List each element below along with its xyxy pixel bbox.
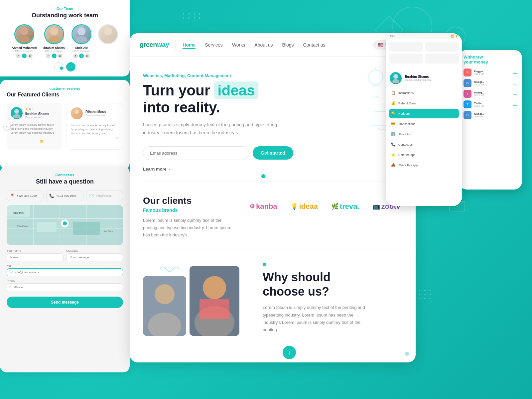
team-next-btn[interactable]: →: [66, 62, 75, 71]
contact-form-name-row: Your name Message: [7, 249, 123, 261]
why-accent: [263, 263, 402, 266]
ideaa-logo: 💡 ideaa: [291, 202, 318, 211]
why-inner: Why should choose us? Lorem Ipsum is sim…: [143, 263, 402, 336]
grid-item-3: [389, 54, 423, 64]
team-member-1: Ahmed Mohamed UI/UX designer f t in: [12, 24, 37, 58]
refer-icon: 💰: [391, 101, 396, 105]
mobile-signal-icons: 📶 🔋: [451, 35, 458, 38]
app-download-3[interactable]: [513, 91, 517, 97]
location-icon: 📍: [10, 194, 15, 198]
nav-link-services[interactable]: Services: [205, 42, 223, 48]
nav-link-home[interactable]: Home: [183, 42, 196, 49]
grid-item-1: [389, 42, 423, 52]
social-li-3[interactable]: in: [85, 54, 90, 58]
mobile-menu-contact[interactable]: 📞 Contact us: [389, 140, 459, 149]
why-accent-dot: [263, 263, 266, 266]
learn-more-text: Learn more: [143, 167, 167, 172]
social-tw-2[interactable]: t: [52, 54, 57, 58]
phone-input[interactable]: [7, 283, 123, 291]
mobile-menu: 📋 Instructions 💰 Refer & Earn 🏆 Redeem 💳…: [386, 88, 462, 170]
mobile-menu-redeem[interactable]: 🏆 Redeem: [389, 109, 459, 118]
nav-item-contact[interactable]: Contact us: [303, 42, 326, 48]
send-message-button[interactable]: Send message: [7, 297, 123, 308]
nav-link-contact[interactable]: Contact us: [303, 42, 326, 48]
message-input[interactable]: [66, 253, 123, 261]
map-area3: Mid Plains: [104, 230, 113, 232]
nav-item-works[interactable]: Works: [232, 42, 245, 48]
app-download-4[interactable]: [513, 101, 517, 107]
app-list: P Paggin 150.8 MB G Googl... 190.0 MB: [464, 68, 517, 119]
hero-section: Ideas Website Websites, Marketing, Conte…: [130, 57, 416, 182]
mobile-menu-about[interactable]: ℹ️ About Us: [389, 129, 459, 139]
nav-item-home[interactable]: Home: [183, 42, 196, 48]
email-input[interactable]: [143, 146, 249, 160]
mobile-menu-rate[interactable]: ⭐ Rate the app: [389, 150, 459, 160]
mail-input[interactable]: [7, 268, 123, 276]
app-name-2: Googl...: [474, 80, 484, 83]
svg-marker-45: [514, 91, 516, 94]
contact-title: Still have a question: [7, 178, 123, 185]
team-member-4: [98, 24, 118, 58]
nav-link-blogs[interactable]: Blogs: [282, 42, 294, 48]
mobile-avatar: [390, 72, 402, 84]
reviews-prev-btn[interactable]: ←: [3, 123, 11, 130]
team-card: Our Team Outstanding work team Ahmed Moh…: [0, 0, 130, 76]
redeem-icon: 🏆: [391, 111, 396, 116]
app-item-2: G Googl... 190.0 MB: [464, 79, 517, 87]
treva-name: treva.: [340, 202, 359, 211]
svg-point-1: [18, 36, 30, 43]
mobile-menu-instructions[interactable]: 📋 Instructions: [389, 88, 459, 98]
nav-item-about[interactable]: About us: [254, 42, 273, 48]
app-download-5[interactable]: [513, 112, 517, 118]
social-tw-1[interactable]: t: [22, 54, 27, 58]
why-right: Why should choose us? Lorem Ipsum is sim…: [263, 263, 402, 333]
team-nav-arrows: ← →: [7, 62, 123, 71]
why-section: Why should choose us? Lorem Ipsum is sim…: [130, 249, 416, 346]
ideaa-icon: 💡: [291, 203, 298, 210]
nav-item-blogs[interactable]: Blogs: [282, 42, 294, 48]
svg-point-5: [75, 36, 87, 43]
mobile-menu-refer[interactable]: 💰 Refer & Earn: [389, 98, 459, 108]
hero-accent-dot: [261, 174, 265, 178]
why-description: Lorem Ipsum is simply dummy text of the …: [263, 304, 369, 333]
name-input[interactable]: [7, 253, 64, 261]
app-download-1[interactable]: [513, 69, 517, 75]
social-fb-1[interactable]: f: [16, 54, 21, 58]
app-initial-3: I: [467, 92, 468, 95]
nav-link-about[interactable]: About us: [254, 42, 273, 48]
clients-right: ⚙ kanba 💡 ideaa 🌿 treva. 📺 zootv: [249, 196, 402, 211]
social-li-2[interactable]: in: [58, 54, 63, 58]
menu-label-transactions: Transactions: [398, 122, 415, 126]
client-reviews: ★ 5.0 Ibrahim Shams Businessman Lorem ip…: [7, 103, 123, 150]
scroll-down-button[interactable]: ↓: [283, 346, 296, 359]
review-card-2: Rihana Mous Businesswoman Lorem ipsum is…: [66, 103, 123, 150]
contact-email-box[interactable]: ✉️ info@descr...: [86, 191, 123, 201]
svg-point-40: [392, 79, 399, 83]
app-size-3: 200.0 MB: [474, 94, 484, 96]
review-card-1: ★ 5.0 Ibrahim Shams Businessman Lorem ip…: [7, 103, 63, 150]
brand-logos: ⚙ kanba 💡 ideaa 🌿 treva. 📺 zootv: [249, 202, 402, 211]
mobile-menu-transactions[interactable]: 💳 Transactions: [389, 119, 459, 129]
withdraw-text-before: Withdraw: [464, 55, 483, 60]
social-li-1[interactable]: in: [28, 54, 33, 58]
social-tw-3[interactable]: t: [79, 54, 84, 58]
share-icon: 📤: [391, 163, 396, 167]
bulb-decoration: Ideas: [362, 66, 389, 98]
social-fb-2[interactable]: f: [46, 54, 51, 58]
map-area1: Glen Park: [13, 212, 24, 214]
nav-link-works[interactable]: Works: [232, 42, 245, 48]
mail-group: Mail ✉️: [7, 264, 123, 276]
mobile-time: 9:41: [390, 35, 395, 38]
learn-more-link[interactable]: Learn more ›: [143, 167, 402, 172]
nav-item-services[interactable]: Services: [205, 42, 223, 48]
clients-review-card: customer reviews Our Featured Clients ← …: [0, 80, 130, 170]
logo: greenway: [140, 41, 169, 49]
contact-phone1-box: 📍 +123 456 1959: [7, 191, 44, 201]
svg-rect-19: [73, 222, 100, 235]
app-download-2[interactable]: [513, 80, 517, 86]
mobile-menu-share[interactable]: 📤 Share this app: [389, 160, 459, 170]
social-fb-3[interactable]: f: [73, 54, 78, 58]
member-role-3: UI/UX designer: [71, 50, 91, 53]
get-started-button[interactable]: Get started: [253, 146, 293, 160]
mobile-card-1: 9:41 📶 🔋 Ibrahim Shams ibame123@gmail.co…: [386, 33, 462, 206]
